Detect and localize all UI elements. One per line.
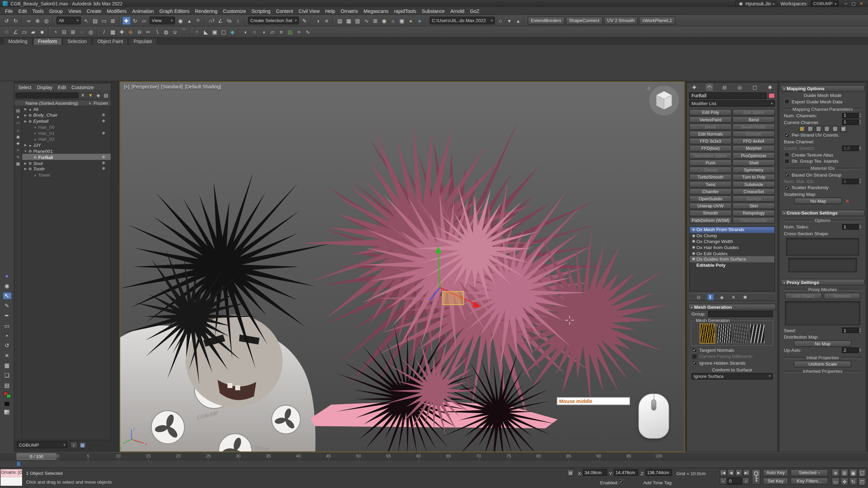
add-time-tag[interactable]: Add Time Tag <box>643 480 671 485</box>
tangent-normals-row[interactable]: ✓Tangent Normals <box>688 347 776 353</box>
listener-line[interactable] <box>1 477 22 486</box>
menu-ornatrix[interactable]: Ornatrix <box>338 7 361 15</box>
select-object-icon[interactable]: ↖ <box>82 16 90 24</box>
ribbon-tab-object-paint[interactable]: Object Paint <box>93 38 128 45</box>
shapeconnect-button[interactable]: ShapeConnect <box>566 16 603 24</box>
auto-key-button[interactable]: Auto Key <box>763 469 788 476</box>
perspective-viewport[interactable]: CGBUMPCGBUMP⌂xyz [+][Perspective][Standa… <box>120 81 685 452</box>
pin-stack-icon[interactable]: ⊙ <box>695 294 702 301</box>
current-channel-value[interactable]: 1 <box>842 119 859 125</box>
edit-named-selection-sets-icon[interactable]: ✎ <box>300 16 309 24</box>
group-tex-islands-checkbox[interactable] <box>784 159 789 164</box>
fillet-chamfer-modifier-button[interactable]: Fillet/Chamfer <box>732 217 775 224</box>
frozen-toggle-icon[interactable]: ✻ <box>102 119 105 123</box>
mesh-generation-rollout-header[interactable]: ▾ Mesh Generation <box>688 304 776 310</box>
explorer-row-towel[interactable]: ●Towel <box>22 172 111 178</box>
cut-icon[interactable]: ✂ <box>144 28 152 36</box>
set-key-button[interactable]: Set Key <box>763 477 788 485</box>
group-tex-islands-row[interactable]: Str. Group Tex. Islands <box>781 158 865 164</box>
select-and-scale-icon[interactable]: ▱ <box>140 16 148 24</box>
modifier-visibility-icon[interactable]: ◉ <box>691 245 696 249</box>
zoom-extents-all-icon[interactable]: ◱ <box>858 469 866 477</box>
time-slider[interactable]: 0 / 100 <box>17 453 57 460</box>
delete-tool-icon[interactable]: ✕ <box>2 352 11 359</box>
zoom-icon[interactable]: ⊕ <box>831 469 840 477</box>
camera-facing-billboards-checkbox[interactable] <box>692 354 697 359</box>
coord-stretch-spinner[interactable]: 1.0 ▲▼ <box>842 145 861 151</box>
soft-selection-icon[interactable]: ◔ <box>51 28 59 36</box>
pan-icon[interactable]: ✥ <box>840 477 848 486</box>
show-end-result-icon[interactable]: ‖ <box>707 294 714 301</box>
prooptimizer-modifier-button[interactable]: ProOptimizer <box>732 152 775 159</box>
menu-substance[interactable]: Substance <box>419 7 448 15</box>
set-keys-button[interactable] <box>752 469 761 485</box>
modifier-list-dropdown[interactable]: Modifier List ▾ <box>689 100 775 107</box>
project-folder-dropdown[interactable]: C:\Users\JIL..ds Max 2022▾ <box>430 17 495 24</box>
undo-icon[interactable]: ↺ <box>2 16 11 24</box>
modifier-visibility-icon[interactable]: ◉ <box>691 257 696 261</box>
motion-tab-icon[interactable]: ◎ <box>736 84 743 91</box>
create-texture-atlas-checkbox[interactable] <box>784 152 789 157</box>
brush-tool-icon[interactable]: ✎ <box>2 302 11 309</box>
menu-views[interactable]: Views <box>65 7 84 15</box>
menu-goz[interactable]: GoZ <box>467 7 482 15</box>
cgbump-spinner-icon[interactable]: ↕ <box>70 442 77 448</box>
normalize-spline-modifier-button[interactable]: Normalize Spline <box>689 152 732 159</box>
up-axis-spinner[interactable]: 2 ▲▼ <box>842 347 861 353</box>
scene-explorer-column-header[interactable]: Name (Sorted Ascending) ▲ Frozen <box>14 100 111 106</box>
explorer-sort-icon[interactable]: ▤ <box>15 107 21 113</box>
distribution-no-map-button[interactable]: No Map <box>794 340 851 347</box>
frozen-toggle-icon[interactable]: ✻ <box>102 167 105 171</box>
edit-normals-modifier-button[interactable]: Edit Normals <box>689 130 732 137</box>
strand-preset-thumbnail-2[interactable] <box>716 324 732 344</box>
swift-loop-icon[interactable]: ◍ <box>162 28 170 36</box>
frozen-column-header[interactable]: Frozen <box>94 100 108 106</box>
scatter-randomly-row[interactable]: ✓ Scatter Randomly <box>781 184 865 191</box>
menu-civil-view[interactable]: Civil View <box>296 7 322 15</box>
based-on-strand-group-row[interactable]: ✓ Based On Strand Group <box>781 171 865 178</box>
num-sides-spinner[interactable]: 1 ▲▼ <box>842 224 861 229</box>
turbosmooth-modifier-button[interactable]: TurboSmooth <box>689 174 732 181</box>
menu-customize[interactable]: Customize <box>220 7 249 15</box>
schematic-view-icon[interactable]: ⊞ <box>371 16 379 24</box>
viewport-general-menu[interactable]: [+] <box>124 84 130 89</box>
menu-help[interactable]: Help <box>322 7 338 15</box>
explorer-row-tooth[interactable]: ▶◍Tooth✻ <box>22 166 111 172</box>
menu-rapidtools[interactable]: rapidTools <box>391 7 419 15</box>
chamfer-modifier-button[interactable]: Chamfer <box>689 188 732 195</box>
spinner-arrows-icon[interactable]: ▲▼ <box>859 348 861 353</box>
channel-paste-icon[interactable]: ▥ <box>815 125 822 132</box>
proxy-mesh-list[interactable] <box>785 301 860 325</box>
window-crossing-icon[interactable]: ⊞ <box>109 16 117 24</box>
bind-to-spacewarp-icon[interactable]: ◎ <box>42 16 51 24</box>
zoom-extents-icon[interactable]: ▣ <box>849 469 857 477</box>
layer-manager-icon[interactable]: ▦ <box>344 16 353 24</box>
inset-icon[interactable]: ▣ <box>211 28 219 36</box>
camera-facing-billboards-row[interactable]: Camera Facing Billboards <box>688 353 776 360</box>
explorer-row-jjy[interactable]: ▶●JJY <box>22 142 111 148</box>
opensubdiv-modifier-button[interactable]: OpenSubdiv <box>689 195 732 202</box>
retopology-modifier-button[interactable]: Retopology <box>732 210 775 217</box>
name-column-header[interactable]: Name (Sorted Ascending) <box>25 100 78 106</box>
render-setup-icon[interactable]: ☼ <box>389 16 397 24</box>
stack-editable-poly[interactable]: Editable Poly <box>690 262 774 268</box>
shape-tool-icon[interactable]: ▭ <box>2 322 11 329</box>
detach-icon[interactable]: ⊖ <box>135 28 143 36</box>
select-tool-icon[interactable]: ↖ <box>2 292 11 299</box>
angle-snap-icon[interactable]: ∠ <box>216 16 224 24</box>
next-key-icon[interactable]: » <box>742 477 749 485</box>
bridge-icon[interactable]: ⌒ <box>180 28 188 36</box>
cgbump-preset-dropdown[interactable]: CGBUMP ▾ <box>17 442 67 448</box>
polygon-subobject-icon[interactable]: ▰ <box>29 28 37 36</box>
viewport-shading-menu[interactable]: [Default Shading] <box>185 84 221 89</box>
ring-selection-icon[interactable]: ◎ <box>87 28 95 36</box>
seed-spinner[interactable]: 1 ▲▼ <box>842 328 861 333</box>
selection-filter-dropdown[interactable]: All▾ <box>57 17 81 24</box>
key-filter-selected-dropdown[interactable]: Selected ▾ <box>790 469 828 476</box>
utilities-tab-icon[interactable]: ✱ <box>766 84 773 91</box>
shell-modifier-button[interactable]: Shell <box>732 159 775 166</box>
quickslice-icon[interactable]: ∖ <box>153 28 161 36</box>
stack-ox-edit-guides[interactable]: ◉Ox Edit Guides <box>690 250 774 256</box>
remove-button[interactable]: Remove <box>824 293 861 300</box>
rendered-frame-window-icon[interactable]: ▣ <box>398 16 406 24</box>
